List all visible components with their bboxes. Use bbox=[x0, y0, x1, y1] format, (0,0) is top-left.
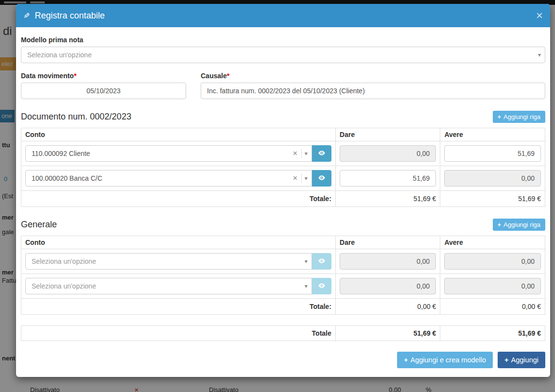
eye-icon bbox=[318, 149, 326, 158]
column-header-avere: Avere bbox=[440, 128, 545, 141]
required-asterisk: * bbox=[74, 72, 76, 80]
account-select-placeholder: Seleziona un'opzione bbox=[32, 282, 305, 290]
grand-total-row: Totale 51,69 € 51,69 € bbox=[21, 326, 545, 341]
add-label: Aggiungi bbox=[511, 356, 538, 364]
add-row-button-general[interactable]: +Aggiungi riga bbox=[493, 219, 545, 231]
account-select[interactable]: Seleziona un'opzione ▾ bbox=[25, 253, 312, 270]
model-select[interactable]: Seleziona un'opzione ▾ bbox=[21, 47, 545, 63]
plus-icon: + bbox=[504, 356, 508, 364]
view-account-button-disabled bbox=[312, 278, 331, 294]
document-section-title: Documento num. 0002/2023 bbox=[21, 112, 131, 122]
total-dare: 0,00 € bbox=[335, 299, 440, 315]
causale-label-text: Causale bbox=[201, 72, 227, 80]
column-header-dare: Dare bbox=[335, 236, 440, 249]
dare-input bbox=[340, 278, 436, 294]
account-select-placeholder: Seleziona un'opzione bbox=[32, 257, 305, 265]
add-button[interactable]: +Aggiungi bbox=[498, 352, 545, 368]
modal-title-text: Registra contabile bbox=[35, 11, 104, 21]
causale-label: Causale* bbox=[201, 72, 545, 80]
add-template-label: Aggiungi e crea modello bbox=[411, 356, 486, 364]
account-select-value: 100.000020 Banca C/C bbox=[32, 174, 289, 182]
add-and-create-template-button[interactable]: +Aggiungi e crea modello bbox=[397, 352, 493, 368]
avere-input bbox=[444, 253, 541, 270]
column-header-dare: Dare bbox=[335, 128, 440, 141]
general-table: Conto Dare Avere Seleziona un'opzione ▾ bbox=[21, 236, 545, 315]
add-row-label: Aggiungi riga bbox=[503, 113, 540, 120]
registra-contabile-modal: ✎ Registra contabile × Modello prima not… bbox=[16, 4, 550, 377]
account-select[interactable]: 110.000092 Cliente × ▾ bbox=[25, 145, 312, 162]
chevron-down-icon: ▾ bbox=[305, 283, 308, 290]
total-row: Totale: 0,00 € 0,00 € bbox=[21, 299, 545, 315]
avere-input[interactable] bbox=[444, 145, 541, 162]
total-dare: 51,69 € bbox=[335, 191, 440, 207]
total-row: Totale: 51,69 € 51,69 € bbox=[21, 191, 545, 207]
grand-total-label: Totale bbox=[21, 326, 336, 341]
column-header-avere: Avere bbox=[440, 236, 545, 249]
chevron-down-icon: ▾ bbox=[305, 258, 308, 265]
divider bbox=[301, 149, 302, 158]
grand-total-dare: 51,69 € bbox=[335, 326, 440, 341]
dare-input bbox=[340, 145, 436, 162]
date-label: Data movimento* bbox=[21, 72, 186, 80]
plus-icon: + bbox=[404, 356, 408, 364]
plus-icon: + bbox=[498, 221, 502, 228]
total-avere: 51,69 € bbox=[440, 191, 545, 207]
modal-body: Modello prima nota Seleziona un'opzione … bbox=[16, 27, 550, 345]
table-row: 100.000020 Banca C/C × ▾ bbox=[21, 166, 545, 191]
model-label: Modello prima nota bbox=[21, 36, 545, 44]
account-select[interactable]: 100.000020 Banca C/C × ▾ bbox=[25, 170, 312, 187]
view-account-button[interactable] bbox=[312, 170, 331, 187]
total-label: Totale: bbox=[21, 191, 336, 207]
avere-input bbox=[444, 278, 541, 294]
view-account-button[interactable] bbox=[312, 145, 331, 162]
required-asterisk: * bbox=[227, 72, 229, 80]
table-row: Seleziona un'opzione ▾ bbox=[21, 249, 545, 274]
eye-icon bbox=[318, 282, 326, 291]
view-account-button-disabled bbox=[312, 253, 331, 270]
modal-header: ✎ Registra contabile × bbox=[16, 4, 550, 27]
column-header-conto: Conto bbox=[21, 128, 336, 141]
add-row-label: Aggiungi riga bbox=[503, 221, 540, 228]
modal-footer: +Aggiungi e crea modello +Aggiungi bbox=[16, 345, 550, 377]
eye-icon bbox=[318, 174, 326, 183]
total-label: Totale: bbox=[21, 299, 336, 315]
date-input[interactable] bbox=[21, 83, 186, 99]
document-table: Conto Dare Avere 110.000092 Cliente × ▾ bbox=[21, 128, 545, 207]
column-header-conto: Conto bbox=[21, 236, 336, 249]
grand-total-avere: 51,69 € bbox=[440, 326, 545, 341]
modal-title: ✎ Registra contabile bbox=[23, 11, 105, 21]
account-select-value: 110.000092 Cliente bbox=[32, 150, 289, 157]
model-select-placeholder: Seleziona un'opzione bbox=[27, 51, 538, 59]
table-row: 110.000092 Cliente × ▾ bbox=[21, 141, 545, 166]
clear-selection-icon[interactable]: × bbox=[289, 174, 301, 183]
avere-input bbox=[444, 170, 541, 187]
eye-icon bbox=[318, 257, 326, 266]
grand-total-table: Totale 51,69 € 51,69 € bbox=[21, 325, 545, 341]
general-section-title: Generale bbox=[21, 220, 57, 230]
add-row-button-document[interactable]: +Aggiungi riga bbox=[493, 111, 545, 123]
dare-input[interactable] bbox=[340, 170, 436, 187]
date-label-text: Data movimento bbox=[21, 72, 74, 80]
plus-icon: + bbox=[498, 113, 502, 120]
close-icon[interactable]: × bbox=[536, 10, 543, 21]
chevron-down-icon: ▾ bbox=[538, 51, 541, 58]
chevron-down-icon: ▾ bbox=[305, 175, 308, 182]
causale-input[interactable] bbox=[201, 83, 545, 99]
chevron-down-icon: ▾ bbox=[305, 150, 308, 157]
total-avere: 0,00 € bbox=[440, 299, 545, 315]
dare-input bbox=[340, 253, 436, 270]
pencil-icon: ✎ bbox=[23, 11, 30, 20]
account-select[interactable]: Seleziona un'opzione ▾ bbox=[25, 278, 312, 294]
table-row: Seleziona un'opzione ▾ bbox=[21, 274, 545, 299]
clear-selection-icon[interactable]: × bbox=[289, 149, 301, 158]
divider bbox=[301, 173, 302, 183]
